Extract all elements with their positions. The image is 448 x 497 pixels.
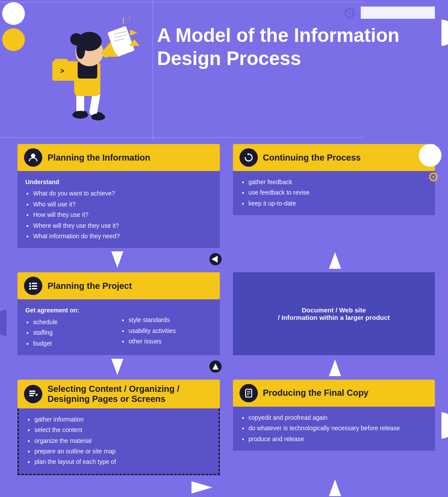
list-item: schedule [33,317,116,327]
hero-section: ⚙ [0,0,448,140]
arrow-up-3 [235,475,435,497]
list-item: keep it up-to-date [249,199,427,208]
svg-point-7 [72,111,88,119]
get-agreement-label: Get agreement on: [25,305,116,315]
edit-list-icon [24,385,42,403]
producing-list: copyedit and proofread again do whatever… [249,413,427,444]
svg-point-29 [31,154,35,158]
list-item: budget [33,339,116,348]
list-item: other issues [129,336,212,346]
project-list-1: schedule staffing budget [33,317,116,348]
svg-marker-30 [247,153,249,155]
gear-icon-top: ⚙ [342,4,356,23]
svg-rect-23 [55,59,68,63]
connector-row-1 [17,248,435,272]
arrow-right-1 [17,475,218,497]
svg-rect-36 [32,283,37,284]
svg-point-8 [91,113,105,120]
svg-rect-45 [29,391,35,392]
list-item: What do you want to achieve? [33,189,212,198]
svg-rect-40 [32,288,37,289]
planning-project-body: Get agreement on: schedule staffing budg… [17,299,220,355]
planning-project-title: Planning the Project [48,281,132,291]
svg-text:!: ! [129,14,130,21]
list-item: Where will they use they use it? [33,221,212,230]
deco-half-circle-right [441,20,448,46]
arrow-up-1 [235,248,435,272]
refresh-icon [239,148,258,167]
producing-body: copyedit and proofread again do whatever… [233,407,435,451]
continuing-body: gather feedback use feedback to revise k… [233,171,435,215]
connector-row-2 [17,355,435,380]
list-item: produce and release [249,434,427,444]
row-2: Planning the Project Get agreement on: s… [17,272,435,355]
list-item: plan the layout of each type of [34,457,211,466]
svg-marker-52 [192,481,212,494]
project-col1: Get agreement on: schedule staffing budg… [25,305,116,349]
svg-rect-47 [29,395,34,396]
svg-rect-22 [52,61,76,81]
producing-section: Producing the Final Copy copyedit and pr… [233,380,435,475]
list-item: style standards [129,315,212,325]
planning-project-two-col: Get agreement on: schedule staffing budg… [25,305,212,349]
svg-marker-44 [329,360,341,376]
deco-circle-white-continuing [419,144,441,167]
list-item: Who will use it? [33,199,212,209]
deco-half-circle-left [0,310,7,336]
continuing-header: Continuing the Process [233,144,435,171]
selecting-header: Selecting Content / Organizing / Designi… [17,380,220,408]
planning-project-header: Planning the Project [17,272,220,299]
continuing-list: gather feedback use feedback to revise k… [249,177,427,208]
svg-marker-53 [329,480,341,496]
list-icon [24,277,42,295]
planning-info-header: Planning the Information [17,144,220,171]
svg-marker-41 [111,359,123,375]
continuing-section: ⚙ Continuing the Process gather feedback… [233,144,435,248]
project-list-2: style standards usability activities oth… [129,315,212,346]
list-item: do whatever is technologically necessary… [249,423,427,433]
list-item: staffing [33,328,116,337]
understand-label: Understand [25,177,212,187]
arrow-up-2 [235,355,435,380]
deco-white-bar [361,7,435,19]
dashed-mid-2 [218,355,235,380]
main-content: Planning the Information Understand What… [0,140,448,497]
row-3: Selecting Content / Organizing / Designi… [17,380,435,475]
gear-icon-continuing: ⚙ [427,169,439,185]
connector-row-3 [17,475,435,497]
svg-marker-21 [130,30,137,36]
selecting-body: gather information select the content or… [17,408,220,475]
list-item: select the content [34,425,211,435]
selecting-section: Selecting Content / Organizing / Designi… [17,380,220,475]
svg-point-14 [70,33,82,45]
list-item: prepare an outline or site map [34,446,211,456]
document-box: Document / Web site / Information within… [233,272,435,355]
dashed-mid-1 [218,248,235,272]
list-item: usability activities [129,326,212,336]
connector-mid-3 [218,475,235,497]
continuing-title: Continuing the Process [263,153,361,163]
svg-marker-34 [329,252,341,269]
svg-rect-38 [32,285,37,287]
arrow-down-1 [17,248,218,272]
list-item: How will they use it? [33,210,212,219]
person-icon [24,148,42,167]
planning-info-body: Understand What do you want to achieve? … [17,171,220,248]
planning-info-list: What do you want to achieve? Who will us… [33,189,212,241]
list-item: What information do they need? [33,231,212,241]
svg-text:!: ! [122,17,125,26]
producing-header: Producing the Final Copy [233,380,435,407]
document-icon [239,384,258,402]
list-item: gather feedback [249,177,427,187]
planning-project-section: Planning the Project Get agreement on: s… [17,272,220,355]
planning-info-title: Planning the Information [48,153,150,163]
svg-rect-37 [29,285,31,287]
arrow-down-2 [17,355,218,380]
hero-illustration: > ! ! [13,4,140,131]
selecting-list: gather information select the content or… [34,415,211,467]
svg-rect-35 [29,283,31,284]
project-col2: style standards usability activities oth… [121,305,212,349]
hero-title: A Model of the Information Design Proces… [157,24,448,70]
document-box-section: Document / Web site / Information within… [233,272,435,355]
deco-half-circle-right-bottom [441,412,448,439]
